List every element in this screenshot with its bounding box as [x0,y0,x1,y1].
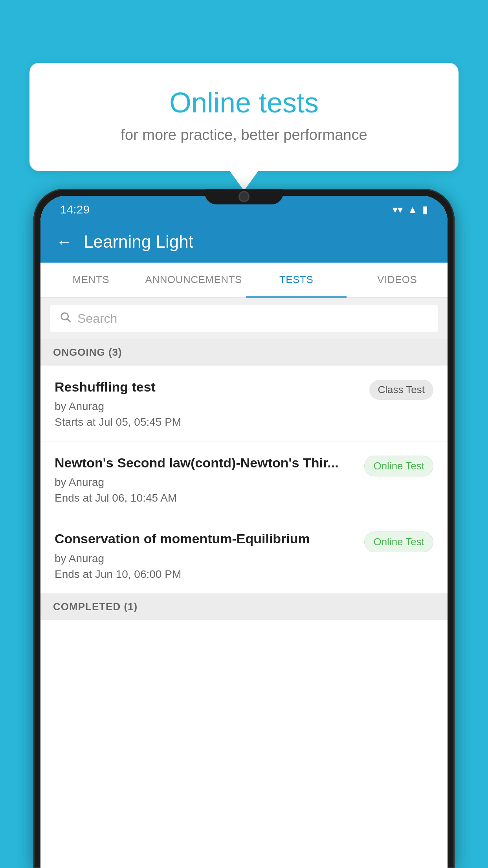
search-placeholder-text: Search [77,311,117,326]
phone-notch [205,189,283,204]
wifi-icon: ▾▾ [393,204,403,216]
bubble-subtitle: for more practice, better performance [61,127,427,143]
test-badge-1: Class Test [369,380,433,400]
test-name-2: Newton's Second law(contd)-Newton's Thir… [55,454,356,471]
status-icons: ▾▾ ▲ ▮ [393,204,428,216]
svg-line-1 [68,319,70,322]
test-author-2: by Anurag [55,476,356,489]
tab-ments[interactable]: MENTS [40,263,141,297]
test-name-1: Reshuffling test [55,378,361,395]
speech-bubble: Online tests for more practice, better p… [29,63,459,171]
test-badge-2: Online Test [364,456,433,476]
phone-camera [238,191,250,202]
completed-section-header: COMPLETED (1) [40,594,448,620]
test-item-2[interactable]: Newton's Second law(contd)-Newton's Thir… [40,441,448,517]
signal-icon: ▲ [407,204,418,216]
tab-videos[interactable]: VIDEOS [347,263,448,297]
search-icon [59,311,71,326]
phone-screen: 14:29 ▾▾ ▲ ▮ ← Learning Light MENTS ANNO… [40,196,448,868]
app-header-title: Learning Light [84,232,193,252]
bubble-title: Online tests [61,86,427,119]
tab-tests[interactable]: TESTS [246,263,347,297]
tabs-bar: MENTS ANNOUNCEMENTS TESTS VIDEOS [40,263,448,298]
test-item-3[interactable]: Conservation of momentum-Equilibrium by … [40,517,448,593]
tests-list: Reshuffling test by Anurag Starts at Jul… [40,366,448,868]
test-item-1[interactable]: Reshuffling test by Anurag Starts at Jul… [40,366,448,441]
test-info-3: Conservation of momentum-Equilibrium by … [55,530,356,580]
status-time: 14:29 [60,203,90,216]
speech-bubble-container: Online tests for more practice, better p… [29,63,459,171]
test-info-2: Newton's Second law(contd)-Newton's Thir… [55,454,356,504]
test-author-3: by Anurag [55,552,356,565]
test-name-3: Conservation of momentum-Equilibrium [55,530,356,547]
app-header: ← Learning Light [40,221,448,263]
test-date-3: Ends at Jun 10, 06:00 PM [55,568,356,581]
test-date-1: Starts at Jul 05, 05:45 PM [55,416,361,428]
test-info-1: Reshuffling test by Anurag Starts at Jul… [55,378,361,428]
test-date-2: Ends at Jul 06, 10:45 AM [55,492,356,504]
phone-outer: 14:29 ▾▾ ▲ ▮ ← Learning Light MENTS ANNO… [33,189,455,868]
back-button[interactable]: ← [56,233,72,251]
battery-icon: ▮ [422,204,428,216]
search-container: Search [40,298,448,339]
test-author-1: by Anurag [55,400,361,413]
search-input-wrapper[interactable]: Search [50,305,438,332]
test-badge-3: Online Test [364,531,433,552]
phone-wrapper: 14:29 ▾▾ ▲ ▮ ← Learning Light MENTS ANNO… [33,189,455,868]
tab-announcements[interactable]: ANNOUNCEMENTS [141,263,246,297]
ongoing-section-header: ONGOING (3) [40,339,448,366]
